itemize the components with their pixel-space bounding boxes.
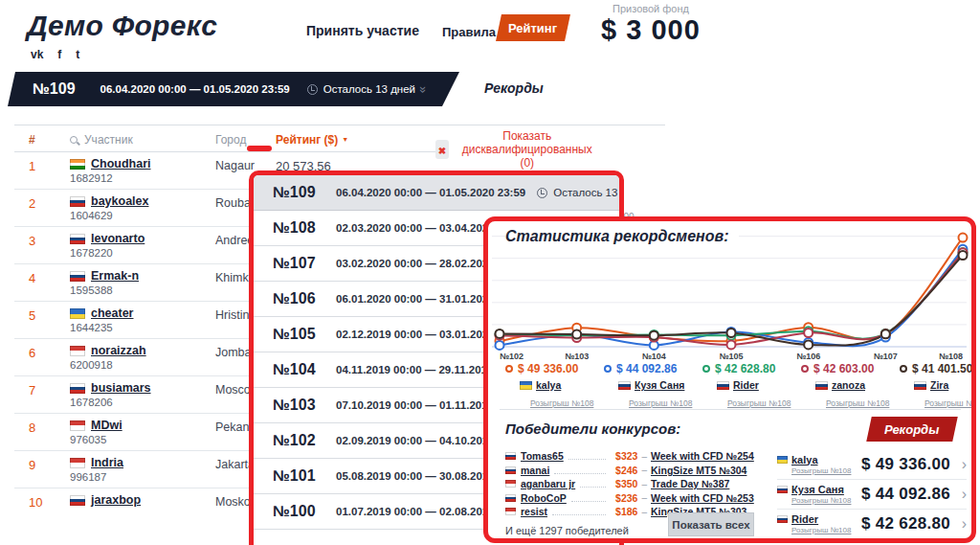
prize-fund-amount: $ 3 000: [590, 14, 712, 46]
contest-link[interactable]: KingSize MT5 №304: [651, 465, 764, 476]
record-holder-link[interactable]: Кузя Саня: [791, 484, 844, 495]
contest-row[interactable]: №109 06.04.2020 00:00 — 01.05.2020 23:59…: [254, 175, 619, 211]
contest-dates: 06.04.2020 00:00 — 01.05.2020 23:59: [336, 187, 525, 198]
record-holder-link[interactable]: Rider: [733, 379, 759, 391]
record-row[interactable]: Rider Розыгрыш №108 $ 42 628.80: [777, 509, 967, 538]
participant-link[interactable]: Indria: [91, 456, 123, 469]
contest-draw-link[interactable]: Розыгрыш №108: [727, 398, 791, 408]
rank-number: 1: [29, 159, 35, 173]
participant-search[interactable]: Участник: [70, 133, 133, 147]
chevron-right-icon[interactable]: [962, 456, 967, 473]
show-disqualified-toggle[interactable]: Показать дисквалифицированных (0): [435, 129, 595, 170]
social-links: vk f t: [31, 48, 79, 61]
country-flag: [70, 346, 85, 356]
time-remaining: Осталось 13 дней: [553, 187, 624, 198]
show-all-button[interactable]: Показать всех: [668, 512, 754, 536]
contest-number: №101: [273, 467, 336, 485]
record-holder-link[interactable]: Rider: [791, 513, 818, 525]
country-flag: [505, 466, 516, 474]
participant-link[interactable]: noraizzah: [91, 344, 146, 357]
country-flag: [777, 456, 788, 464]
contest-draw-link[interactable]: Розыгрыш №108: [629, 398, 692, 408]
record-row[interactable]: Кузя Саня Розыгрыш №108 $ 44 092.86: [777, 479, 967, 509]
contest-link[interactable]: Trade Day №387: [651, 478, 764, 489]
participant-id: 1595388: [70, 284, 139, 296]
contest-number: №107: [273, 255, 336, 272]
participant-link[interactable]: Ermak-n: [91, 269, 139, 283]
svg-text:№105: №105: [719, 352, 743, 361]
country-flag: [505, 494, 516, 502]
prize-amount: $186: [611, 506, 637, 517]
rating-button[interactable]: Рейтинг: [496, 14, 570, 41]
participant-link[interactable]: busiamars: [91, 381, 151, 395]
contest-number: №108: [273, 219, 336, 237]
winner-link[interactable]: Tomas65: [521, 450, 564, 462]
record-amount: $ 44 092.86: [861, 485, 950, 504]
winner-link[interactable]: RoboCoP: [521, 492, 567, 504]
legend-item: $ 49 336.00 kalya Розыгрыш №108: [505, 362, 604, 410]
participant-link[interactable]: cheater: [91, 307, 133, 320]
vk-icon[interactable]: vk: [31, 48, 43, 61]
country-flag: [815, 381, 828, 390]
contest-number: №109: [273, 184, 336, 201]
contest-draw-link[interactable]: Розыгрыш №108: [791, 466, 861, 475]
record-holder-link[interactable]: kalya: [536, 379, 561, 391]
records-button-label: Рекорды: [884, 422, 939, 437]
country-flag: [70, 383, 85, 394]
contest-number: №106: [273, 290, 336, 307]
winner-link[interactable]: resist: [521, 506, 547, 517]
country-flag: [70, 159, 85, 170]
series-marker-icon: [505, 365, 513, 373]
contest-link[interactable]: Week with CFD №253: [651, 492, 764, 504]
record-holder-link[interactable]: zanoza: [832, 379, 865, 391]
column-header-participant: Участник: [84, 133, 133, 147]
participant-link[interactable]: jaraxbop: [91, 493, 141, 507]
current-contest-bar[interactable]: №109 06.04.2020 00:00 — 01.05.2020 23:59…: [8, 72, 459, 106]
contest-draw-link[interactable]: Розыгрыш №108: [530, 398, 593, 408]
record-row[interactable]: kalya Розыгрыш №108 $ 49 336.00: [777, 449, 967, 479]
separator: –: [641, 492, 647, 503]
record-holder-link[interactable]: kalya: [791, 454, 818, 466]
clock-icon: [537, 188, 547, 198]
record-holder-link[interactable]: Zira: [930, 379, 948, 391]
record-holder-link[interactable]: Кузя Саня: [635, 379, 684, 391]
winner-link[interactable]: aganbaru jr: [521, 478, 575, 489]
facebook-icon[interactable]: f: [57, 48, 61, 61]
participant-id: 1682912: [70, 172, 151, 184]
prize-fund-label: Призовой фонд: [590, 3, 712, 14]
nav-join-link[interactable]: Принять участие: [306, 23, 419, 38]
contest-dates: 06.04.2020 00:00 — 01.05.2020 23:59: [100, 83, 290, 95]
svg-text:№102: №102: [500, 352, 523, 361]
contest-draw-link[interactable]: Розыгрыш №108: [791, 526, 861, 534]
contest-number: №105: [273, 326, 336, 343]
series-marker-icon: [702, 365, 710, 373]
separator: –: [641, 465, 647, 475]
participant-link[interactable]: baykoalex: [91, 194, 148, 208]
column-header-rating-sort[interactable]: Рейтинг ($): [276, 133, 348, 147]
chevron-down-icon[interactable]: [416, 85, 431, 92]
contest-draw-link[interactable]: Розыгрыш №108: [924, 398, 976, 408]
country-flag: [777, 486, 788, 493]
record-amount: $ 42 603.00: [813, 362, 874, 375]
nav-rules-link[interactable]: Правила: [442, 25, 496, 39]
chart-legend: $ 49 336.00 kalya Розыгрыш №108 $ 44 092…: [505, 362, 976, 410]
chevron-right-icon[interactable]: [962, 515, 967, 533]
twitter-icon[interactable]: t: [76, 48, 79, 61]
country-flag: [520, 381, 532, 390]
winner-link[interactable]: manai: [521, 465, 549, 476]
contest-draw-link[interactable]: Розыгрыш №108: [826, 398, 889, 408]
record-amount: $ 41 401.50: [912, 362, 972, 375]
column-header-city: Город: [215, 133, 246, 147]
stats-title: Статистика рекордсменов:: [505, 228, 739, 245]
tab-records[interactable]: Рекорды: [484, 80, 544, 96]
chevron-right-icon[interactable]: [962, 486, 967, 503]
participant-link[interactable]: levonarto: [91, 232, 145, 245]
participant-link[interactable]: Choudhari: [91, 157, 151, 170]
participant-link[interactable]: MDwi: [91, 419, 122, 432]
contest-draw-link[interactable]: Розыгрыш №108: [791, 496, 861, 505]
records-button[interactable]: Рекорды: [866, 417, 958, 442]
rank-number: 2: [29, 196, 35, 211]
contest-link[interactable]: Week with CFD №254: [651, 450, 764, 462]
country-flag: [914, 381, 926, 390]
rank-number: 7: [29, 383, 35, 397]
